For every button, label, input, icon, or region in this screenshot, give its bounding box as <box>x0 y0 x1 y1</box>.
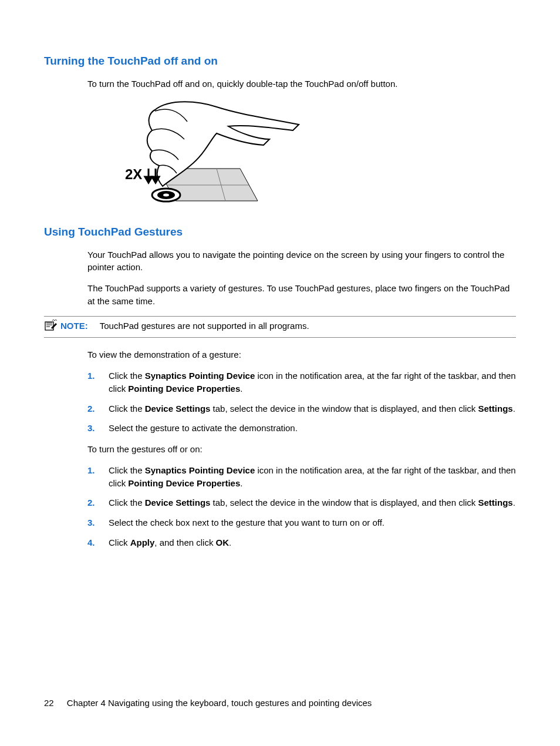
step-number: 4. <box>87 536 97 549</box>
page-number: 22 <box>44 698 54 708</box>
step-text: Click Apply, and then click OK. <box>109 536 516 549</box>
note-icon <box>44 320 57 335</box>
step-number: 3. <box>87 516 97 529</box>
steps-list-toggle-gesture: 1. Click the Synaptics Pointing Device i… <box>87 464 516 549</box>
hand-doubletap-icon: 2X <box>123 98 305 210</box>
step-number: 1. <box>87 369 97 395</box>
svg-marker-7 <box>145 177 152 183</box>
step-text: Select the gesture to activate the demon… <box>109 422 516 435</box>
section-body: Your TouchPad allows you to navigate the… <box>44 248 516 308</box>
step-number: 3. <box>87 422 97 435</box>
step-text: Click the Synaptics Pointing Device icon… <box>109 369 516 395</box>
chapter-title: Chapter 4 Navigating using the keyboard,… <box>67 698 372 708</box>
note-text: TouchPad gestures are not supported in a… <box>100 321 309 331</box>
note-callout: NOTE: TouchPad gestures are not supporte… <box>44 316 516 338</box>
paragraph: Your TouchPad allows you to navigate the… <box>87 248 516 274</box>
document-page: Turning the TouchPad off and on To turn … <box>0 0 560 549</box>
step-number: 1. <box>87 464 97 490</box>
paragraph: To view the demonstration of a gesture: <box>87 348 516 361</box>
doubletap-label: 2X <box>125 166 142 182</box>
page-footer: 22 Chapter 4 Navigating using the keyboa… <box>44 697 516 710</box>
section-body: To turn the TouchPad off and on, quickly… <box>44 78 516 214</box>
paragraph: To turn the gestures off or on: <box>87 443 516 456</box>
step-number: 2. <box>87 496 97 509</box>
list-item: 4. Click Apply, and then click OK. <box>87 536 516 549</box>
step-text: Select the check box next to the gesture… <box>109 516 516 529</box>
list-item: 2. Click the Device Settings tab, select… <box>87 496 516 509</box>
note-label: NOTE: <box>60 321 88 331</box>
paragraph: The TouchPad supports a variety of gestu… <box>87 282 516 308</box>
step-number: 2. <box>87 402 97 415</box>
svg-point-5 <box>163 194 169 197</box>
step-text: Click the Synaptics Pointing Device icon… <box>109 464 516 490</box>
section-body: To view the demonstration of a gesture: … <box>44 348 516 549</box>
step-text: Click the Device Settings tab, select th… <box>109 402 516 415</box>
steps-list-view-demo: 1. Click the Synaptics Pointing Device i… <box>87 369 516 435</box>
list-item: 2. Click the Device Settings tab, select… <box>87 402 516 415</box>
paragraph: To turn the TouchPad off and on, quickly… <box>87 78 516 90</box>
list-item: 1. Click the Synaptics Pointing Device i… <box>87 464 516 490</box>
heading-turning-touchpad: Turning the TouchPad off and on <box>44 53 516 69</box>
heading-using-gestures: Using TouchPad Gestures <box>44 224 516 240</box>
svg-marker-9 <box>152 177 159 183</box>
list-item: 3. Select the gesture to activate the de… <box>87 422 516 435</box>
touchpad-doubletap-illustration: 2X <box>123 98 516 213</box>
list-item: 3. Select the check box next to the gest… <box>87 516 516 529</box>
list-item: 1. Click the Synaptics Pointing Device i… <box>87 369 516 395</box>
step-text: Click the Device Settings tab, select th… <box>109 496 516 509</box>
